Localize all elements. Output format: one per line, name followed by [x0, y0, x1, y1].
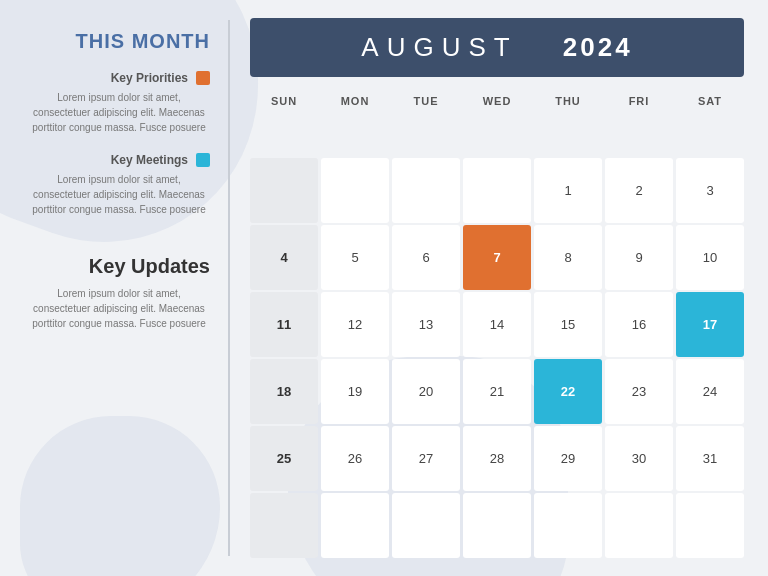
calendar-week-6 — [250, 493, 744, 558]
cal-cell-w1-mon — [321, 158, 389, 223]
cal-cell-23: 23 — [605, 359, 673, 424]
meetings-text: Lorem ipsum dolor sit amet, consectetuer… — [28, 172, 210, 217]
priorities-text: Lorem ipsum dolor sit amet, consectetuer… — [28, 90, 210, 135]
col-header-fri: FRI — [605, 91, 673, 156]
cal-cell-w6-tue — [392, 493, 460, 558]
cal-cell-w6-mon — [321, 493, 389, 558]
calendar-grid: SUN MON TUE WED THU FRI SAT 1 2 3 4 — [250, 91, 744, 558]
cal-cell-9: 9 — [605, 225, 673, 290]
col-header-wed: WED — [463, 91, 531, 156]
cal-cell-13: 13 — [392, 292, 460, 357]
cal-cell-6: 6 — [392, 225, 460, 290]
priorities-block: Key Priorities Lorem ipsum dolor sit ame… — [28, 71, 210, 135]
page-container: THIS MONTH Key Priorities Lorem ipsum do… — [0, 0, 768, 576]
cal-cell-14: 14 — [463, 292, 531, 357]
cal-cell-21: 21 — [463, 359, 531, 424]
meetings-blue-dot — [196, 153, 210, 167]
cal-cell-w1-sun — [250, 158, 318, 223]
calendar-week-2: 4 5 6 7 8 9 10 — [250, 225, 744, 290]
cal-cell-w6-wed — [463, 493, 531, 558]
cal-cell-20: 20 — [392, 359, 460, 424]
cal-cell-26: 26 — [321, 426, 389, 491]
cal-cell-7: 7 — [463, 225, 531, 290]
cal-cell-w1-tue — [392, 158, 460, 223]
calendar-week-1: 1 2 3 — [250, 158, 744, 223]
cal-cell-w5-num: 25 — [250, 426, 318, 491]
calendar-week-5: 25 26 27 28 29 30 31 — [250, 426, 744, 491]
cal-cell-w6-sat — [676, 493, 744, 558]
cal-cell-5: 5 — [321, 225, 389, 290]
col-header-mon: MON — [321, 91, 389, 156]
cal-cell-29: 29 — [534, 426, 602, 491]
cal-cell-24: 24 — [676, 359, 744, 424]
cal-cell-w1-wed — [463, 158, 531, 223]
calendar-week-3: 11 12 13 14 15 16 17 — [250, 292, 744, 357]
cal-cell-15: 15 — [534, 292, 602, 357]
col-header-tue: TUE — [392, 91, 460, 156]
meetings-block: Key Meetings Lorem ipsum dolor sit amet,… — [28, 153, 210, 217]
calendar-header: AUGUST 2024 — [250, 18, 744, 77]
cal-cell-8: 8 — [534, 225, 602, 290]
cal-cell-w2-num: 4 — [250, 225, 318, 290]
cal-cell-30: 30 — [605, 426, 673, 491]
calendar-week-4: 18 19 20 21 22 23 24 — [250, 359, 744, 424]
col-header-sat: SAT — [676, 91, 744, 156]
cal-cell-12: 12 — [321, 292, 389, 357]
priorities-label: Key Priorities — [111, 71, 188, 85]
cal-cell-w6-fri — [605, 493, 673, 558]
cal-cell-19: 19 — [321, 359, 389, 424]
cal-cell-27: 27 — [392, 426, 460, 491]
calendar-title: AUGUST 2024 — [260, 32, 734, 63]
cal-cell-w4-num: 18 — [250, 359, 318, 424]
cal-cell-1: 1 — [534, 158, 602, 223]
meetings-label-row: Key Meetings — [28, 153, 210, 167]
cal-cell-31: 31 — [676, 426, 744, 491]
cal-cell-10: 10 — [676, 225, 744, 290]
col-header-sun: SUN — [250, 91, 318, 156]
sidebar-divider — [228, 20, 230, 556]
cal-cell-16: 16 — [605, 292, 673, 357]
calendar-header-row: SUN MON TUE WED THU FRI SAT — [250, 91, 744, 156]
cal-cell-w3-num: 11 — [250, 292, 318, 357]
priority-label-row: Key Priorities — [28, 71, 210, 85]
meetings-label: Key Meetings — [111, 153, 188, 167]
calendar-year: 2024 — [563, 32, 633, 62]
cal-cell-17: 17 — [676, 292, 744, 357]
cal-cell-22: 22 — [534, 359, 602, 424]
calendar-section: AUGUST 2024 SUN MON TUE WED THU FRI SAT — [230, 0, 768, 576]
cal-cell-3: 3 — [676, 158, 744, 223]
priority-orange-dot — [196, 71, 210, 85]
updates-text: Lorem ipsum dolor sit amet, consectetuer… — [28, 286, 210, 331]
updates-block: Key Updates Lorem ipsum dolor sit amet, … — [28, 235, 210, 331]
cal-cell-28: 28 — [463, 426, 531, 491]
cal-cell-w6-sun — [250, 493, 318, 558]
col-header-thu: THU — [534, 91, 602, 156]
sidebar: THIS MONTH Key Priorities Lorem ipsum do… — [0, 0, 230, 576]
section-title: THIS MONTH — [28, 30, 210, 53]
cal-cell-w6-thu — [534, 493, 602, 558]
calendar-month: AUGUST — [361, 32, 517, 62]
updates-title: Key Updates — [28, 255, 210, 278]
cal-cell-2: 2 — [605, 158, 673, 223]
